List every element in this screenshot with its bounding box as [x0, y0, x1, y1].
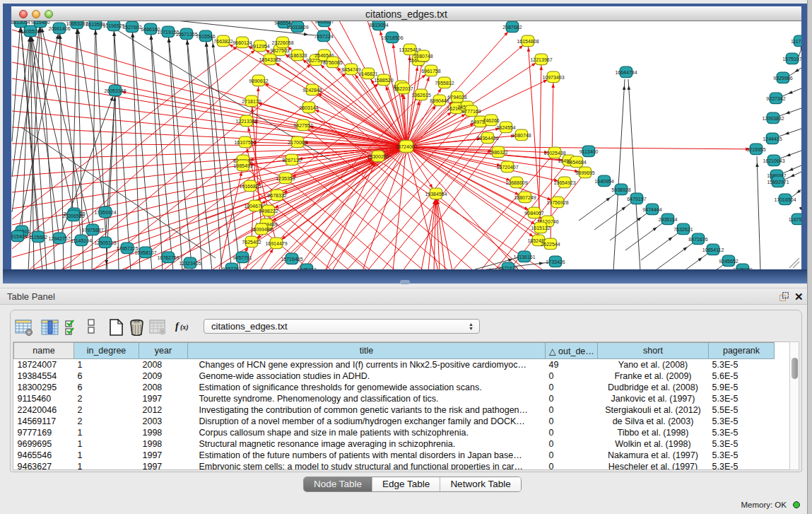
svg-text:6794028: 6794028 [447, 95, 466, 100]
svg-text:1117401: 1117401 [791, 39, 801, 44]
svg-text:8813054: 8813054 [11, 21, 30, 25]
svg-text:8186328: 8186328 [288, 53, 307, 58]
svg-text:9463627: 9463627 [314, 21, 334, 24]
svg-text:16099488: 16099488 [250, 227, 272, 232]
svg-text:10196525: 10196525 [102, 23, 124, 28]
svg-text:26053346: 26053346 [104, 88, 126, 93]
svg-text:20691406: 20691406 [48, 26, 70, 31]
svg-text:18724007: 18724007 [395, 144, 417, 149]
svg-text:16671355: 16671355 [175, 32, 197, 37]
svg-text:8267130: 8267130 [282, 158, 301, 163]
svg-text:15716485: 15716485 [281, 257, 302, 262]
svg-text:9329966: 9329966 [773, 76, 792, 81]
svg-text:8990448: 8990448 [430, 98, 449, 103]
svg-text:1115682: 1115682 [29, 235, 47, 240]
svg-text:12505135: 12505135 [94, 240, 116, 245]
svg-text:f: f [175, 321, 180, 332]
svg-text:18807249: 18807249 [514, 195, 536, 200]
svg-text:2522544: 2522544 [541, 242, 560, 247]
svg-text:10973493: 10973493 [542, 75, 564, 80]
svg-text:10688609: 10688609 [505, 180, 527, 185]
svg-text:3498222: 3498222 [259, 209, 278, 214]
svg-text:12323405: 12323405 [179, 261, 201, 266]
svg-text:1405572: 1405572 [20, 29, 40, 34]
svg-text:10025438: 10025438 [543, 151, 565, 156]
svg-text:3824554: 3824554 [496, 125, 515, 130]
svg-text:16644784: 16644784 [615, 70, 637, 75]
svg-text:16210643: 16210643 [763, 158, 784, 163]
svg-text:9113400: 9113400 [579, 149, 599, 154]
svg-text:19218506: 19218506 [381, 35, 403, 40]
svg-text:3915401: 3915401 [11, 234, 28, 239]
svg-text:7632621: 7632621 [673, 227, 693, 232]
svg-text:(x): (x) [180, 323, 189, 332]
svg-text:9146821: 9146821 [358, 71, 377, 76]
svg-text:1615132: 1615132 [531, 226, 550, 230]
svg-text:7515546: 7515546 [196, 34, 215, 39]
svg-text:19166825: 19166825 [239, 184, 261, 189]
svg-text:1733426: 1733426 [546, 259, 565, 264]
svg-text:2170065: 2170065 [288, 140, 307, 145]
svg-text:6961758: 6961758 [421, 69, 440, 74]
svg-text:14136161: 14136161 [513, 255, 535, 259]
svg-text:12213369: 12213369 [235, 119, 257, 124]
svg-text:10653287: 10653287 [66, 21, 88, 26]
svg-text:1575107: 1575107 [782, 57, 801, 62]
svg-text:1244415: 1244415 [763, 136, 782, 141]
svg-text:9899695: 9899695 [575, 170, 594, 175]
svg-text:12942757: 12942757 [48, 236, 70, 241]
svg-text:2935114: 2935114 [659, 217, 678, 222]
svg-text:8678332: 8678332 [267, 193, 286, 198]
svg-text:8813054: 8813054 [369, 23, 388, 28]
svg-text:7625402: 7625402 [242, 240, 261, 245]
svg-text:9245099: 9245099 [733, 267, 752, 270]
svg-text:16914479: 16914479 [265, 241, 287, 246]
svg-text:7955812: 7955812 [435, 81, 454, 86]
svg-text:9457791: 9457791 [233, 255, 252, 260]
svg-text:3822037: 3822037 [394, 86, 413, 91]
svg-text:9827503: 9827503 [270, 48, 289, 53]
svg-text:9890612: 9890612 [249, 78, 268, 83]
svg-text:10958107: 10958107 [134, 250, 156, 255]
svg-text:17359924: 17359924 [94, 210, 116, 215]
svg-text:20206536: 20206536 [62, 214, 84, 218]
svg-text:18300295: 18300295 [367, 154, 389, 159]
svg-text:9242848: 9242848 [302, 88, 322, 93]
svg-text:6479197: 6479197 [627, 197, 646, 201]
svg-text:9427552: 9427552 [293, 123, 312, 128]
svg-text:9115460: 9115460 [31, 21, 50, 25]
svg-text:2087682: 2087682 [502, 25, 522, 30]
svg-text:1985493: 1985493 [233, 163, 252, 168]
svg-text:2718170: 2718170 [242, 99, 261, 104]
svg-text:20364436: 20364436 [476, 136, 498, 141]
svg-text:7986322: 7986322 [488, 150, 507, 155]
svg-text:1080748: 1080748 [512, 133, 531, 138]
svg-text:11145194: 11145194 [71, 238, 92, 243]
svg-text:2803144: 2803144 [299, 105, 318, 110]
svg-text:19756928: 19756928 [546, 200, 568, 205]
svg-text:8471676: 8471676 [688, 237, 707, 242]
svg-text:15720407: 15720407 [496, 165, 518, 170]
svg-text:19654923: 19654923 [553, 180, 575, 185]
svg-text:12213967: 12213967 [530, 57, 552, 62]
svg-text:10654112: 10654112 [702, 247, 724, 252]
svg-text:16154808: 16154808 [517, 39, 539, 44]
svg-text:23226058: 23226058 [271, 40, 293, 45]
svg-text:7663822: 7663822 [213, 39, 233, 44]
svg-text:9245652: 9245652 [719, 259, 738, 264]
svg-text:12093832: 12093832 [762, 116, 784, 121]
svg-text:19384554: 19384554 [425, 192, 447, 197]
svg-text:9227342: 9227342 [766, 96, 785, 101]
svg-text:5938928: 5938928 [611, 187, 630, 192]
svg-text:8912954: 8912954 [250, 44, 269, 49]
svg-text:17016504: 17016504 [774, 197, 796, 202]
svg-text:16543382: 16543382 [259, 57, 281, 62]
svg-text:16107552: 16107552 [234, 140, 256, 145]
svg-text:9084067: 9084067 [524, 211, 543, 216]
svg-text:1527602: 1527602 [122, 25, 141, 30]
svg-text:746266: 746266 [483, 118, 499, 123]
svg-text:9660124: 9660124 [233, 40, 252, 45]
svg-text:1167533: 1167533 [789, 217, 801, 222]
svg-text:7857224: 7857224 [314, 34, 333, 39]
svg-text:9474444: 9474444 [642, 207, 661, 212]
